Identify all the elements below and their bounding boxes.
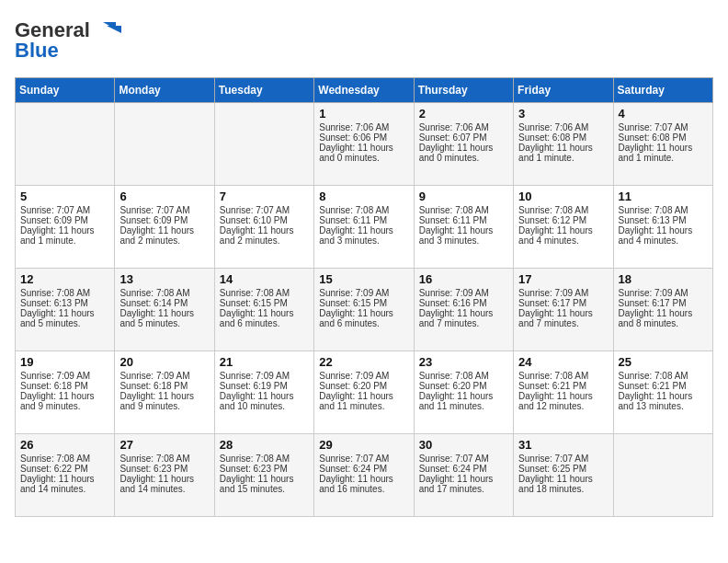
- sunrise-text: Sunrise: 7:08 AM: [20, 288, 109, 298]
- day-number: 27: [119, 438, 209, 452]
- calendar-header-monday: Monday: [115, 78, 214, 103]
- calendar-cell: 30Sunrise: 7:07 AMSunset: 6:24 PMDayligh…: [414, 434, 513, 517]
- calendar-week-3: 12Sunrise: 7:08 AMSunset: 6:13 PMDayligh…: [16, 269, 713, 351]
- sunset-text: Sunset: 6:25 PM: [518, 464, 608, 474]
- sunrise-text: Sunrise: 7:07 AM: [619, 122, 708, 132]
- sunset-text: Sunset: 6:16 PM: [419, 298, 508, 308]
- day-number: 25: [619, 355, 708, 369]
- sunset-text: Sunset: 6:19 PM: [220, 381, 309, 391]
- daylight-text: Daylight: 11 hours and 0 minutes.: [419, 143, 508, 163]
- daylight-text: Daylight: 11 hours and 8 minutes.: [619, 308, 708, 328]
- daylight-text: Daylight: 11 hours and 13 minutes.: [619, 391, 708, 411]
- daylight-text: Daylight: 11 hours and 0 minutes.: [319, 143, 408, 163]
- sunrise-text: Sunrise: 7:08 AM: [20, 454, 109, 464]
- sunrise-text: Sunrise: 7:07 AM: [220, 205, 309, 215]
- daylight-text: Daylight: 11 hours and 15 minutes.: [220, 474, 309, 494]
- day-number: 4: [619, 107, 708, 121]
- daylight-text: Daylight: 11 hours and 17 minutes.: [419, 474, 508, 494]
- sunrise-text: Sunrise: 7:08 AM: [518, 371, 608, 381]
- sunrise-text: Sunrise: 7:08 AM: [319, 205, 408, 215]
- sunset-text: Sunset: 6:06 PM: [319, 132, 408, 143]
- day-number: 10: [518, 190, 608, 203]
- sunrise-text: Sunrise: 7:08 AM: [619, 205, 708, 215]
- sunset-text: Sunset: 6:24 PM: [419, 464, 508, 474]
- sunset-text: Sunset: 6:08 PM: [619, 132, 708, 143]
- sunset-text: Sunset: 6:07 PM: [419, 132, 508, 143]
- day-number: 5: [20, 190, 109, 203]
- calendar-cell: [613, 434, 712, 517]
- calendar-cell: 31Sunrise: 7:07 AMSunset: 6:25 PMDayligh…: [514, 434, 613, 517]
- daylight-text: Daylight: 11 hours and 1 minute.: [518, 143, 608, 163]
- sunset-text: Sunset: 6:10 PM: [220, 215, 309, 225]
- sunset-text: Sunset: 6:21 PM: [619, 381, 708, 391]
- sunrise-text: Sunrise: 7:09 AM: [518, 288, 608, 298]
- sunset-text: Sunset: 6:15 PM: [220, 298, 309, 308]
- sunset-text: Sunset: 6:22 PM: [20, 464, 109, 474]
- sunset-text: Sunset: 6:15 PM: [319, 298, 408, 308]
- calendar-cell: 1Sunrise: 7:06 AMSunset: 6:06 PMDaylight…: [314, 103, 414, 186]
- sunset-text: Sunset: 6:12 PM: [518, 215, 608, 225]
- sunrise-text: Sunrise: 7:08 AM: [220, 288, 309, 298]
- sunset-text: Sunset: 6:24 PM: [319, 464, 408, 474]
- daylight-text: Daylight: 11 hours and 5 minutes.: [119, 308, 209, 328]
- calendar-cell: [16, 103, 115, 186]
- calendar-cell: 26Sunrise: 7:08 AMSunset: 6:22 PMDayligh…: [16, 434, 115, 517]
- day-number: 28: [220, 438, 309, 452]
- sunset-text: Sunset: 6:20 PM: [419, 381, 508, 391]
- sunset-text: Sunset: 6:11 PM: [419, 215, 508, 225]
- calendar-cell: 13Sunrise: 7:08 AMSunset: 6:14 PMDayligh…: [115, 269, 214, 351]
- calendar-cell: 21Sunrise: 7:09 AMSunset: 6:19 PMDayligh…: [214, 351, 313, 434]
- day-number: 23: [419, 355, 508, 369]
- calendar-cell: 19Sunrise: 7:09 AMSunset: 6:18 PMDayligh…: [16, 351, 115, 434]
- sunrise-text: Sunrise: 7:08 AM: [119, 454, 209, 464]
- calendar-cell: 16Sunrise: 7:09 AMSunset: 6:16 PMDayligh…: [414, 269, 513, 351]
- day-number: 31: [518, 438, 608, 452]
- day-number: 22: [319, 355, 408, 369]
- calendar-week-5: 26Sunrise: 7:08 AMSunset: 6:22 PMDayligh…: [16, 434, 713, 517]
- calendar-cell: 27Sunrise: 7:08 AMSunset: 6:23 PMDayligh…: [115, 434, 214, 517]
- day-number: 26: [20, 438, 109, 452]
- calendar-cell: 29Sunrise: 7:07 AMSunset: 6:24 PMDayligh…: [314, 434, 414, 517]
- day-number: 20: [119, 355, 209, 369]
- daylight-text: Daylight: 11 hours and 16 minutes.: [319, 474, 408, 494]
- sunrise-text: Sunrise: 7:09 AM: [319, 371, 408, 381]
- day-number: 17: [518, 272, 608, 286]
- calendar-header-sunday: Sunday: [16, 78, 115, 103]
- day-number: 29: [319, 438, 408, 452]
- calendar-cell: 23Sunrise: 7:08 AMSunset: 6:20 PMDayligh…: [414, 351, 513, 434]
- sunset-text: Sunset: 6:18 PM: [119, 381, 209, 391]
- daylight-text: Daylight: 11 hours and 3 minutes.: [319, 225, 408, 246]
- calendar-cell: 5Sunrise: 7:07 AMSunset: 6:09 PMDaylight…: [16, 186, 115, 269]
- day-number: 9: [419, 190, 508, 203]
- sunset-text: Sunset: 6:17 PM: [619, 298, 708, 308]
- sunrise-text: Sunrise: 7:09 AM: [319, 288, 408, 298]
- calendar-week-4: 19Sunrise: 7:09 AMSunset: 6:18 PMDayligh…: [16, 351, 713, 434]
- sunrise-text: Sunrise: 7:08 AM: [419, 205, 508, 215]
- sunrise-text: Sunrise: 7:08 AM: [119, 288, 209, 298]
- calendar-cell: 25Sunrise: 7:08 AMSunset: 6:21 PMDayligh…: [613, 351, 712, 434]
- sunset-text: Sunset: 6:14 PM: [119, 298, 209, 308]
- daylight-text: Daylight: 11 hours and 9 minutes.: [119, 391, 209, 411]
- sunrise-text: Sunrise: 7:07 AM: [119, 205, 209, 215]
- sunset-text: Sunset: 6:08 PM: [518, 132, 608, 143]
- day-number: 12: [20, 272, 109, 286]
- day-number: 6: [119, 190, 209, 203]
- daylight-text: Daylight: 11 hours and 7 minutes.: [419, 308, 508, 328]
- logo-text: General Blue: [15, 15, 125, 66]
- daylight-text: Daylight: 11 hours and 7 minutes.: [518, 308, 608, 328]
- daylight-text: Daylight: 11 hours and 18 minutes.: [518, 474, 608, 494]
- calendar-cell: 10Sunrise: 7:08 AMSunset: 6:12 PMDayligh…: [514, 186, 613, 269]
- calendar-header-friday: Friday: [514, 78, 613, 103]
- calendar-cell: 4Sunrise: 7:07 AMSunset: 6:08 PMDaylight…: [613, 103, 712, 186]
- daylight-text: Daylight: 11 hours and 1 minute.: [20, 225, 109, 246]
- sunrise-text: Sunrise: 7:08 AM: [619, 371, 708, 381]
- logo: General Blue: [15, 15, 125, 66]
- svg-text:Blue: Blue: [15, 39, 59, 62]
- calendar-cell: 22Sunrise: 7:09 AMSunset: 6:20 PMDayligh…: [314, 351, 414, 434]
- sunrise-text: Sunrise: 7:08 AM: [518, 205, 608, 215]
- calendar-cell: [115, 103, 214, 186]
- daylight-text: Daylight: 11 hours and 9 minutes.: [20, 391, 109, 411]
- day-number: 7: [220, 190, 309, 203]
- daylight-text: Daylight: 11 hours and 6 minutes.: [220, 308, 309, 328]
- calendar-cell: 7Sunrise: 7:07 AMSunset: 6:10 PMDaylight…: [214, 186, 313, 269]
